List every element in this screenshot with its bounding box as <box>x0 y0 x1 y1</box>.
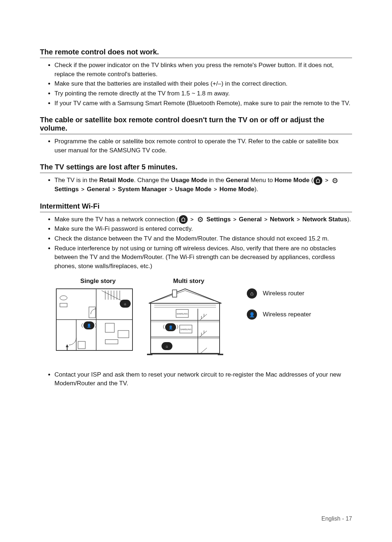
legend-router-label: Wireless router <box>263 290 304 297</box>
svg-rect-53 <box>218 354 223 355</box>
legend-router: Wireless router <box>247 288 352 299</box>
diagram-title-single: Single story <box>54 278 142 285</box>
bullet-item: If your TV came with a Samsung Smart Rem… <box>54 99 352 108</box>
svg-text:⌂: ⌂ <box>124 302 126 306</box>
svg-text:⌂: ⌂ <box>166 344 168 348</box>
chevron-right-icon: > <box>264 216 268 222</box>
section-heading: Intermittent Wi-Fi <box>40 202 352 212</box>
chevron-right-icon: > <box>296 216 301 222</box>
post-diagram-bullets: Contact your ISP and ask them to reset y… <box>40 370 352 388</box>
svg-text:👤: 👤 <box>168 325 173 330</box>
bullet-item: Programme the cable or satellite box rem… <box>54 137 352 155</box>
legend-repeater: Wireless repeater <box>247 309 352 320</box>
multi-story-cross-section: SAMSUNG 👤 SAMSUNG ⌂ <box>145 287 225 356</box>
svg-marker-24 <box>149 289 221 303</box>
bullet-item: Check if the power indicator on the TV b… <box>54 61 352 79</box>
section-bullets: Make sure the TV has a network connectio… <box>40 215 352 271</box>
svg-text:SAMSUNG: SAMSUNG <box>177 313 188 315</box>
home-icon <box>314 176 322 185</box>
bullet-item: Make sure the Wi-Fi password is entered … <box>54 225 352 234</box>
repeater-icon <box>247 309 257 320</box>
bullet-item: Reduce interference by not using or turn… <box>54 244 352 271</box>
section-heading: The cable or satellite box remote contro… <box>40 116 352 134</box>
svg-rect-51 <box>151 353 220 354</box>
chevron-right-icon: > <box>324 177 329 183</box>
section-bullets: Check if the power indicator on the TV b… <box>40 61 352 108</box>
svg-text:SAMSUNG: SAMSUNG <box>180 328 192 330</box>
chevron-right-icon: > <box>81 186 85 192</box>
diagram-legend: Wireless router Wireless repeater <box>236 278 352 330</box>
single-story-floorplan: ⌂ 👤 <box>54 287 134 352</box>
section-bullets: The TV is in the Retail Mode. Change the… <box>40 176 352 194</box>
bullet-item: Try pointing the remote directly at the … <box>54 89 352 98</box>
svg-rect-27 <box>172 290 177 297</box>
diagram-title-multi: Multi story <box>145 278 232 285</box>
svg-rect-52 <box>147 354 152 355</box>
section-heading: The TV settings are lost after 5 minutes… <box>40 163 352 173</box>
legend-repeater-label: Wireless repeater <box>263 311 311 318</box>
section-heading: The remote control does not work. <box>40 48 352 58</box>
footer-lang: English <box>322 516 340 522</box>
svg-text:👤: 👤 <box>87 323 91 328</box>
footer-page: 17 <box>346 516 352 522</box>
chevron-right-icon: > <box>213 186 218 192</box>
gear-icon: ⚙ <box>331 177 339 185</box>
router-icon <box>247 288 257 299</box>
bullet-item: Contact your ISP and ask them to reset y… <box>54 370 352 388</box>
chevron-right-icon: > <box>190 216 195 222</box>
manual-page: The remote control does not work.Check i… <box>0 0 392 406</box>
page-footer: English - 17 <box>322 516 352 522</box>
bullet-item: Make sure the TV has a network connectio… <box>54 215 352 224</box>
bullet-item: Check the distance between the TV and th… <box>54 234 352 243</box>
chevron-right-icon: > <box>111 186 116 192</box>
bullet-item: The TV is in the Retail Mode. Change the… <box>54 176 352 194</box>
section-bullets: Programme the cable or satellite box rem… <box>40 137 352 155</box>
footer-sep: - <box>340 516 346 522</box>
gear-icon: ⚙ <box>196 215 204 223</box>
wifi-diagram-row: Single story ⌂ <box>40 278 352 356</box>
chevron-right-icon: > <box>169 186 173 192</box>
bullet-item: Make sure that the batteries are install… <box>54 79 352 89</box>
chevron-right-icon: > <box>233 216 237 222</box>
home-icon <box>179 215 188 224</box>
